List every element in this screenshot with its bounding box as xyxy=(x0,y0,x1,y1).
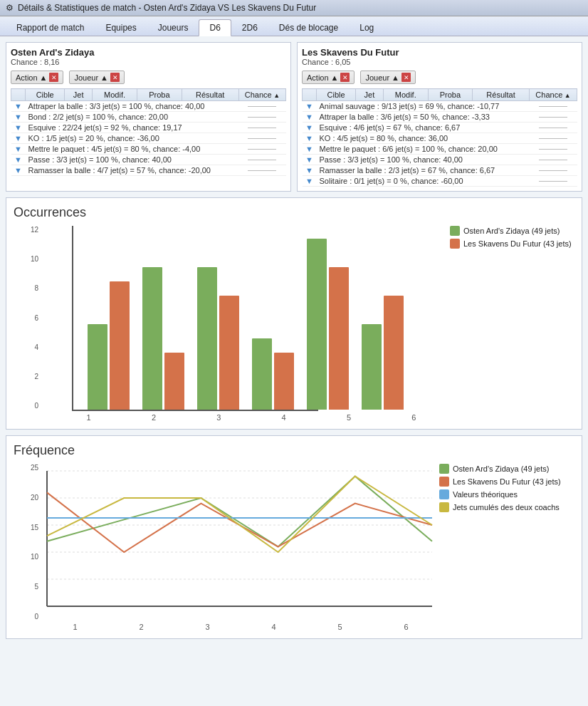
right-joueur-close[interactable]: ✕ xyxy=(401,73,411,82)
occurrences-section: Occurrences 024681012 123456 Osten Ard's… xyxy=(6,197,582,430)
row-separator-cell xyxy=(530,123,577,133)
bar-chart-area xyxy=(72,226,318,411)
bar-orange xyxy=(110,281,130,410)
freq-legend-color-box xyxy=(439,477,449,487)
bar-orange xyxy=(329,267,349,410)
row-chevron[interactable]: ▼ xyxy=(303,144,317,155)
row-chevron[interactable]: ▼ xyxy=(303,101,317,112)
row-chevron[interactable]: ▼ xyxy=(11,165,26,176)
nav-tab-rapport-de-match[interactable]: Rapport de match xyxy=(6,19,95,36)
bar-orange xyxy=(164,353,184,410)
nav-tab-2d6[interactable]: 2D6 xyxy=(231,19,268,36)
right-action-sort-icon: ▲ xyxy=(331,73,339,82)
right-team-chance: Chance : 6,05 xyxy=(302,58,577,66)
frequence-section: Fréquence 0510152025 123456 Osten Ard's … xyxy=(6,435,582,639)
row-chevron[interactable]: ▼ xyxy=(303,123,317,133)
row-chevron[interactable]: ▼ xyxy=(303,133,317,144)
legend-color-box xyxy=(450,226,460,236)
occurrences-chart-wrap: 024681012 123456 Osten Ard's Zidaya (49 … xyxy=(14,226,574,422)
freq-y-label: 5 xyxy=(14,583,38,591)
left-col-cible[interactable]: Cible xyxy=(26,89,65,101)
right-col-cible[interactable]: Cible xyxy=(317,89,356,101)
row-text: Mettre le paquet : 6/6 jet(s) = 100 %, c… xyxy=(317,144,530,155)
right-team-name: Les Skavens Du Futur xyxy=(302,47,577,58)
left-col-modif[interactable]: Modif. xyxy=(92,89,137,101)
row-separator-cell xyxy=(238,101,285,112)
bar-green xyxy=(142,267,162,410)
left-col-expand xyxy=(11,89,26,101)
bar-green xyxy=(362,324,382,410)
left-col-jet[interactable]: Jet xyxy=(65,89,92,101)
row-chevron[interactable]: ▼ xyxy=(11,144,26,155)
bar-group xyxy=(307,239,349,410)
bar-group xyxy=(362,296,404,410)
left-team-name: Osten Ard's Zidaya xyxy=(11,47,286,58)
freq-legend-color-box xyxy=(439,464,449,474)
row-chevron[interactable]: ▼ xyxy=(11,155,26,165)
left-joueur-filter[interactable]: Joueur ▲ ✕ xyxy=(69,71,125,84)
right-action-filter[interactable]: Action ▲ ✕ xyxy=(302,71,355,84)
row-separator-cell xyxy=(238,123,285,133)
left-team-chance: Chance : 8,16 xyxy=(11,58,286,66)
bar-orange xyxy=(384,296,404,410)
right-action-close[interactable]: ✕ xyxy=(340,73,350,82)
legend-label: Les Skavens Du Futur (43 jets) xyxy=(463,239,572,248)
y-label: 0 xyxy=(14,402,38,410)
occurrences-y-axis: 024681012 xyxy=(14,226,38,411)
right-col-chance[interactable]: Chance xyxy=(530,89,577,101)
nav-tab-equipes[interactable]: Equipes xyxy=(95,19,147,36)
legend-item: Osten Ard's Zidaya (49 jets) xyxy=(450,226,574,236)
left-joueur-close[interactable]: ✕ xyxy=(110,73,120,82)
y-label: 8 xyxy=(14,284,38,292)
table-row: ▼ KO : 4/5 jet(s) = 80 %, chance: 36,00 xyxy=(303,133,577,144)
y-label: 4 xyxy=(14,343,38,351)
row-chevron[interactable]: ▼ xyxy=(303,165,317,176)
row-text: Attraper la balle : 3/3 jet(s) = 100 %, … xyxy=(26,101,239,112)
right-col-proba[interactable]: Proba xyxy=(428,89,472,101)
row-chevron[interactable]: ▼ xyxy=(11,133,26,144)
team-panels: Osten Ard's Zidaya Chance : 8,16 Action … xyxy=(6,42,582,192)
right-joueur-sort-icon: ▲ xyxy=(392,73,399,82)
row-chevron[interactable]: ▼ xyxy=(303,155,317,165)
x-label: 5 xyxy=(316,413,381,422)
nav-tab-log[interactable]: Log xyxy=(349,19,384,36)
left-col-resultat[interactable]: Résultat xyxy=(182,89,238,101)
bar-green xyxy=(252,338,272,410)
row-text: Esquive : 4/6 jet(s) = 67 %, chance: 6,6… xyxy=(317,123,530,133)
right-col-jet[interactable]: Jet xyxy=(356,89,383,101)
row-chevron[interactable]: ▼ xyxy=(11,101,26,112)
right-col-resultat[interactable]: Résultat xyxy=(473,89,530,101)
nav-tab-joueurs[interactable]: Joueurs xyxy=(147,19,199,36)
row-separator-cell xyxy=(238,144,285,155)
left-action-filter[interactable]: Action ▲ ✕ xyxy=(11,71,63,84)
row-chevron[interactable]: ▼ xyxy=(11,112,26,123)
nav-tab-d6[interactable]: D6 xyxy=(199,19,231,36)
left-joueur-label: Joueur xyxy=(74,73,98,82)
left-col-chance[interactable]: Chance xyxy=(238,89,285,101)
row-text: Passe : 3/3 jet(s) = 100 %, chance: 40,0… xyxy=(317,155,530,165)
row-separator-cell xyxy=(530,133,577,144)
row-chevron[interactable]: ▼ xyxy=(303,176,317,187)
window-title: Détails & Statistiques de match - Osten … xyxy=(18,3,316,13)
right-col-modif[interactable]: Modif. xyxy=(383,89,428,101)
table-row: ▼ Solitaire : 0/1 jet(s) = 0 %, chance: … xyxy=(303,176,577,187)
right-joueur-filter[interactable]: Joueur ▲ ✕ xyxy=(360,71,416,84)
row-chevron[interactable]: ▼ xyxy=(303,112,317,123)
right-filter-row: Action ▲ ✕ Joueur ▲ ✕ xyxy=(302,71,577,84)
occurrences-x-axis: 123456 xyxy=(56,411,446,422)
nav-tab-dés-de-blocage[interactable]: Dés de blocage xyxy=(268,19,349,36)
freq-y-label: 15 xyxy=(14,524,38,531)
y-label: 2 xyxy=(14,373,38,380)
frequence-y-axis: 0510152025 xyxy=(14,464,38,621)
left-joueur-sort-icon: ▲ xyxy=(100,73,108,82)
bar-orange xyxy=(219,296,239,410)
x-label: 4 xyxy=(251,413,316,422)
bar-green xyxy=(307,239,327,410)
freq-y-label: 20 xyxy=(14,494,38,502)
left-col-proba[interactable]: Proba xyxy=(137,89,182,101)
table-row: ▼ Attraper la balle : 3/3 jet(s) = 100 %… xyxy=(11,101,286,112)
table-row: ▼ Mettre le paquet : 6/6 jet(s) = 100 %,… xyxy=(303,144,577,155)
left-action-close[interactable]: ✕ xyxy=(49,73,58,82)
legend-label: Osten Ard's Zidaya (49 jets) xyxy=(463,227,560,235)
row-chevron[interactable]: ▼ xyxy=(11,123,26,133)
